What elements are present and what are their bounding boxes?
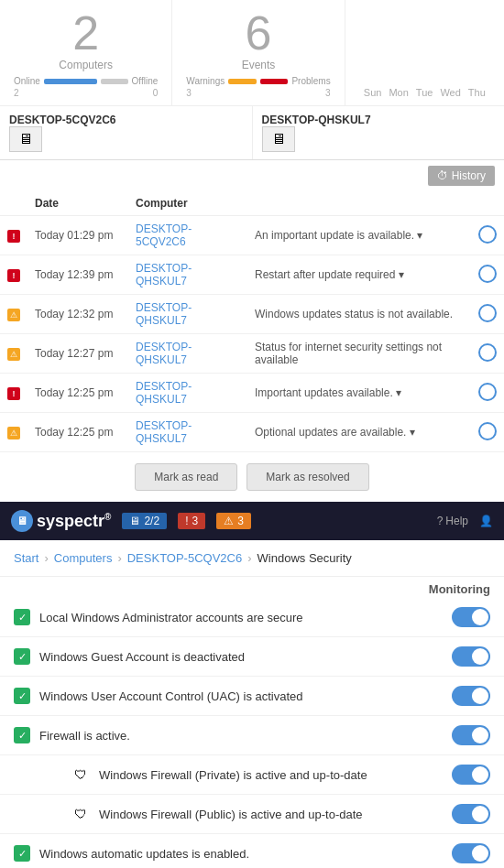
monitoring-label-firewall-public: Windows Firewall (Public) is active and … [99,808,443,821]
toggle-auto-updates[interactable] [452,843,490,863]
red-nav-badge[interactable]: ! 3 [178,513,205,529]
breadcrumb-computer-name[interactable]: DESKTOP-5CQV2C6 [127,551,242,565]
event-check[interactable] [471,255,504,295]
table-row: ⚠ Today 12:32 pm DESKTOP-QHSKUL7 Windows… [0,295,504,334]
event-description: Restart after update required ▾ [247,255,471,295]
severity-cell: ! [0,374,27,413]
event-computer: DESKTOP-QHSKUL7 [128,255,247,295]
tile-desktop2[interactable]: DESKTOP-QHSKUL7 🖥 [253,106,505,159]
table-row: ! Today 12:25 pm DESKTOP-QHSKUL7 Importa… [0,374,504,413]
event-date: Today 12:32 pm [27,295,128,334]
event-description: An important update is available. ▾ [247,216,471,255]
logo-text: syspectr® [37,512,111,531]
event-check[interactable] [471,334,504,374]
firewall-shield-icon: 🛡 [71,765,90,784]
event-computer: DESKTOP-QHSKUL7 [128,374,247,413]
computer-link[interactable]: DESKTOP-QHSKUL7 [136,301,192,327]
severity-icon: ⚠ [7,427,20,439]
events-table: Date Computer ! Today 01:29 pm DESKTOP-5… [0,191,504,452]
history-label: History [452,169,486,182]
event-check[interactable] [471,374,504,413]
severity-cell: ⚠ [0,334,27,374]
event-computer: DESKTOP-QHSKUL7 [128,334,247,374]
help-label: Help [445,515,468,527]
event-check[interactable] [471,295,504,334]
computers-bar: Online Offline [14,76,158,86]
orange-badge-icon: ⚠ [224,515,234,527]
toggle-firewall-private[interactable] [452,765,490,785]
toggle-firewall-public[interactable] [452,804,490,824]
computer-link[interactable]: DESKTOP-QHSKUL7 [136,419,192,445]
computers-stat: 2 Computers Online Offline 2 0 [0,0,172,105]
breadcrumb-computers[interactable]: Computers [54,551,113,565]
history-button[interactable]: ⏱ History [428,166,495,186]
check-circle[interactable] [478,422,497,440]
monitoring-list: ✓ Local Windows Administrator accounts a… [0,598,504,868]
offline-bar [101,79,127,84]
tile-desktop2-name: DESKTOP-QHSKUL7 [262,114,371,126]
help-nav[interactable]: ? Help [437,515,468,527]
breadcrumb-start[interactable]: Start [14,551,38,565]
logo-icon: 🖥 [11,510,33,532]
monitoring-title: Monitoring [429,582,490,596]
check-circle[interactable] [478,304,497,322]
severity-cell: ⚠ [0,295,27,334]
computer-link[interactable]: DESKTOP-QHSKUL7 [136,262,192,288]
severity-icon: ! [7,387,20,400]
event-check[interactable] [471,413,504,452]
breadcrumb-sep1: › [44,551,48,565]
user-icon: 👤 [479,515,493,527]
breadcrumb-section: Windows Security [257,551,352,565]
mark-read-button[interactable]: Mark as read [135,463,237,491]
check-circle[interactable] [478,343,497,362]
events-number: 6 [186,9,330,57]
monitoring-label-guest-account: Windows Guest Account is deactivated [39,650,443,664]
events-label: Events [186,59,330,71]
event-date: Today 12:39 pm [27,255,128,295]
severity-cell: ⚠ [0,413,27,452]
warnings-label: Warnings [186,76,225,86]
table-row: ⚠ Today 12:27 pm DESKTOP-QHSKUL7 Status … [0,334,504,374]
toggle-uac[interactable] [452,686,490,706]
calendar-days: Sun Mon Tue Wed Thu [353,87,497,98]
cal-day-wed: Wed [440,87,460,98]
monitoring-item-auto-updates: ✓ Windows automatic updates is enabled. [0,834,504,868]
computer-link[interactable]: DESKTOP-QHSKUL7 [136,380,192,406]
toggle-local-admin[interactable] [452,607,490,627]
orange-nav-badge[interactable]: ⚠ 3 [216,513,251,529]
orange-badge-count: 3 [237,515,244,527]
mark-resolved-button[interactable]: Mark as resolved [247,463,368,491]
event-check[interactable] [471,216,504,255]
toggle-firewall[interactable] [452,725,490,745]
cal-day-sun: Sun [364,87,382,98]
warnings-count: 3 [186,88,192,98]
severity-icon: ⚠ [7,309,20,321]
table-row: ! Today 01:29 pm DESKTOP-5CQV2C6 An impo… [0,216,504,255]
syspectr-navbar: 🖥 syspectr® 🖥 2/2 ! 3 ⚠ 3 ? Help 👤 [0,502,504,540]
computer-link[interactable]: DESKTOP-QHSKUL7 [136,341,192,366]
online-count: 2 [14,88,19,98]
event-description: Optional updates are available. ▾ [247,413,471,452]
check-green-icon: ✓ [14,727,30,743]
cal-day-mon: Mon [389,87,408,98]
online-label: Online [14,76,40,86]
tile-desktop1-icon: 🖥 [9,126,42,152]
computer-link[interactable]: DESKTOP-5CQV2C6 [136,222,192,248]
severity-icon: ! [7,269,20,282]
monitoring-label-uac: Windows User Account Control (UAC) is ac… [39,689,443,703]
red-badge-count: 3 [192,515,198,527]
breadcrumb-sep3: › [247,551,251,565]
warnings-bar [228,79,257,84]
red-badge-icon: ! [185,515,188,527]
computers-nav-badge[interactable]: 🖥 2/2 [122,513,167,529]
check-circle[interactable] [478,265,497,283]
check-circle[interactable] [478,383,497,401]
user-nav[interactable]: 👤 [479,515,493,527]
toggle-guest-account[interactable] [452,646,490,667]
severity-cell: ! [0,255,27,295]
check-circle[interactable] [478,225,497,244]
event-computer: DESKTOP-QHSKUL7 [128,413,247,452]
col-severity [0,191,27,216]
tile-desktop1[interactable]: DESKTOP-5CQV2C6 🖥 [0,106,252,159]
firewall-shield-icon: 🛡 [71,805,90,823]
